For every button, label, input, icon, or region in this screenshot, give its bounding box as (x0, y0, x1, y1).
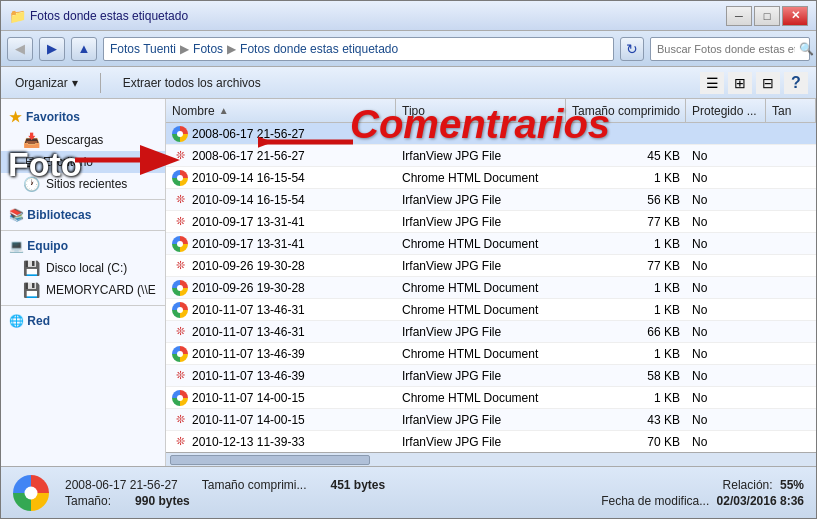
table-row[interactable]: 2010-11-07 14-00-15 Chrome HTML Document… (166, 387, 816, 409)
status-ratio-row: Relación: 55% (601, 478, 804, 492)
table-row[interactable]: ❊ 2010-09-17 13-31-41 IrfanView JPG File… (166, 211, 816, 233)
breadcrumb-sep-2: ▶ (227, 42, 236, 56)
file-protected-cell: No (686, 167, 766, 188)
table-row[interactable]: ❊ 2010-09-14 16-15-54 IrfanView JPG File… (166, 189, 816, 211)
chrome-file-icon (172, 170, 188, 186)
col-header-tan[interactable]: Tan (766, 99, 816, 122)
back-button[interactable]: ◀ (7, 37, 33, 61)
libraries-section[interactable]: 📚 Bibliotecas (1, 204, 165, 226)
chrome-file-icon (172, 346, 188, 362)
search-icon: 🔍 (799, 42, 814, 56)
file-size-cell: 1 KB (566, 277, 686, 298)
file-list-header: Nombre ▲ Tipo Tamaño comprimido Protegid… (166, 99, 816, 123)
network-section[interactable]: 🌐 Red (1, 310, 165, 332)
col-header-protected[interactable]: Protegido ... (686, 99, 766, 122)
table-row[interactable]: ❊ 2010-11-07 13-46-39 IrfanView JPG File… (166, 365, 816, 387)
maximize-button[interactable]: □ (754, 6, 780, 26)
table-row[interactable]: 2010-11-07 13-46-39 Chrome HTML Document… (166, 343, 816, 365)
irfan-file-icon: ❊ (172, 434, 188, 450)
table-row[interactable]: ❊ 2010-11-07 13-46-31 IrfanView JPG File… (166, 321, 816, 343)
file-size-cell: 1 KB (566, 167, 686, 188)
irfan-file-icon: ❊ (172, 148, 188, 164)
sidebar-item-memorycard[interactable]: 💾 MEMORYCARD (\\E (1, 279, 165, 301)
file-name-cell: ❊ 2008-06-17 21-56-27 (166, 145, 396, 166)
table-row[interactable]: 2010-09-17 13-31-41 Chrome HTML Document… (166, 233, 816, 255)
sidebar-item-escritorio[interactable]: 🖥 Escritorio (1, 151, 165, 173)
close-button[interactable]: ✕ (782, 6, 808, 26)
scrollbar-thumb-horizontal[interactable] (170, 455, 370, 465)
sidebar-item-descargas[interactable]: 📥 Descargas (1, 129, 165, 151)
recientes-icon: 🕐 (23, 176, 40, 192)
help-button[interactable]: ? (784, 72, 808, 94)
table-row[interactable]: ❊ 2008-06-17 21-56-27 IrfanView JPG File… (166, 145, 816, 167)
file-size-cell: 1 KB (566, 299, 686, 320)
table-row[interactable]: 2010-11-07 13-46-31 Chrome HTML Document… (166, 299, 816, 321)
table-row[interactable]: ❊ 2010-09-26 19-30-28 IrfanView JPG File… (166, 255, 816, 277)
star-icon: ★ (9, 109, 22, 125)
breadcrumb-item-2[interactable]: Fotos (193, 42, 223, 56)
table-row[interactable]: 2010-09-14 16-15-54 Chrome HTML Document… (166, 167, 816, 189)
search-input[interactable] (657, 43, 795, 55)
memorycard-icon: 💾 (23, 282, 40, 298)
organize-label: Organizar (15, 76, 68, 90)
file-name-cell: 2008-06-17 21-56-27 (166, 123, 396, 144)
breadcrumb-item-1[interactable]: Fotos Tuenti (110, 42, 176, 56)
file-size-cell (566, 123, 686, 144)
sidebar-item-diskc[interactable]: 💾 Disco local (C:) (1, 257, 165, 279)
diskc-icon: 💾 (23, 260, 40, 276)
table-row[interactable]: ❊ 2010-11-07 14-00-15 IrfanView JPG File… (166, 409, 816, 431)
file-name-cell: 2010-11-07 13-46-31 (166, 299, 396, 320)
irfan-file-icon: ❊ (172, 412, 188, 428)
extract-button[interactable]: Extraer todos los archivos (117, 74, 267, 92)
table-row[interactable]: 2008-06-17 21-56-27 (166, 123, 816, 145)
computer-section[interactable]: 💻 Equipo (1, 235, 165, 257)
favorites-label: Favoritos (26, 110, 80, 124)
chrome-file-icon (172, 390, 188, 406)
file-type-cell: IrfanView JPG File (396, 409, 566, 430)
folder-icon: 📁 (9, 8, 26, 24)
horizontal-scrollbar[interactable] (166, 452, 816, 466)
file-name-cell: 2010-09-14 16-15-54 (166, 167, 396, 188)
up-button[interactable]: ▲ (71, 37, 97, 61)
chrome-file-icon (172, 126, 188, 142)
file-tan-cell (766, 277, 816, 298)
favorites-section[interactable]: ★ Favoritos (1, 105, 165, 129)
file-tan-cell (766, 321, 816, 342)
refresh-button[interactable]: ↻ (620, 37, 644, 61)
file-tan-cell (766, 365, 816, 386)
table-row[interactable]: 2010-09-26 19-30-28 Chrome HTML Document… (166, 277, 816, 299)
file-name-cell: ❊ 2010-12-13 11-39-33 (166, 431, 396, 452)
file-size-cell: 43 KB (566, 409, 686, 430)
view-small-button[interactable]: ⊟ (756, 72, 780, 94)
organize-button[interactable]: Organizar ▾ (9, 74, 84, 92)
col-header-size[interactable]: Tamaño comprimido (566, 99, 686, 122)
file-type-cell: IrfanView JPG File (396, 431, 566, 452)
status-compressed-value: 451 bytes (330, 478, 385, 492)
table-row[interactable]: ❊ 2010-12-13 11-39-33 IrfanView JPG File… (166, 431, 816, 452)
status-compressed-label: Tamaño comprimi... (202, 478, 307, 492)
col-header-type[interactable]: Tipo (396, 99, 566, 122)
escritorio-label: Escritorio (43, 155, 93, 169)
libraries-icon: 📚 (9, 208, 24, 222)
irfan-file-icon: ❊ (172, 192, 188, 208)
file-type-cell: Chrome HTML Document (396, 167, 566, 188)
view-grid-button[interactable]: ⊞ (728, 72, 752, 94)
network-label: Red (27, 314, 50, 328)
view-list-button[interactable]: ☰ (700, 72, 724, 94)
forward-button[interactable]: ▶ (39, 37, 65, 61)
sidebar-item-recientes[interactable]: 🕐 Sitios recientes (1, 173, 165, 195)
file-name-cell: ❊ 2010-09-17 13-31-41 (166, 211, 396, 232)
breadcrumb[interactable]: Fotos Tuenti ▶ Fotos ▶ Fotos donde estas… (103, 37, 614, 61)
status-row-2: Tamaño: 990 bytes (65, 494, 585, 508)
file-tan-cell (766, 255, 816, 276)
file-size-cell: 77 KB (566, 211, 686, 232)
file-type-cell: Chrome HTML Document (396, 277, 566, 298)
file-tan-cell (766, 299, 816, 320)
file-tan-cell (766, 343, 816, 364)
col-header-name[interactable]: Nombre ▲ (166, 99, 396, 122)
breadcrumb-item-3[interactable]: Fotos donde estas etiquetado (240, 42, 398, 56)
file-protected-cell (686, 123, 766, 144)
file-name-cell: ❊ 2010-09-26 19-30-28 (166, 255, 396, 276)
file-tan-cell (766, 167, 816, 188)
minimize-button[interactable]: ─ (726, 6, 752, 26)
